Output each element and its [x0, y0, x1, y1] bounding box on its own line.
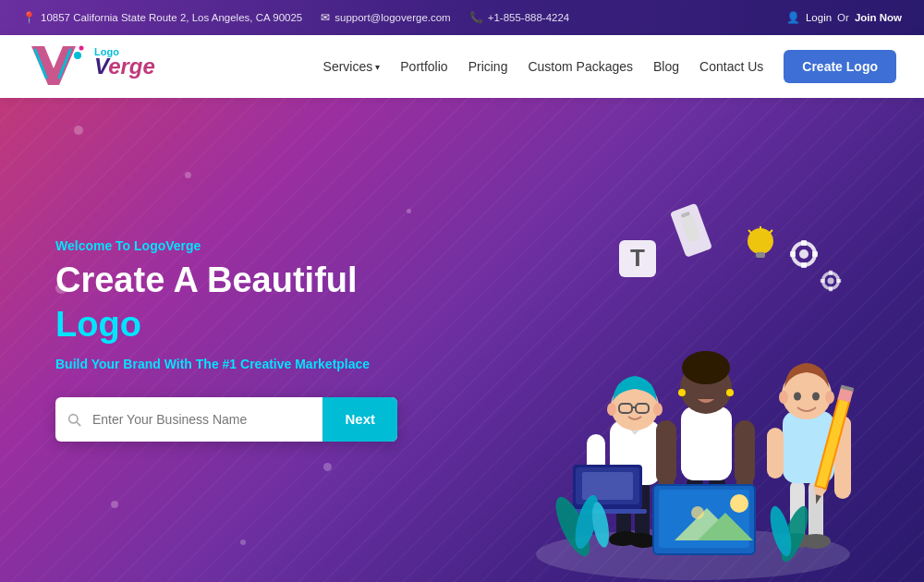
- search-icon-wrap: [55, 412, 92, 427]
- svg-point-4: [79, 46, 84, 51]
- email-icon: ✉: [321, 11, 330, 24]
- search-bar: Next: [55, 397, 397, 442]
- phone-icon: 📞: [469, 11, 483, 24]
- svg-rect-19: [801, 240, 807, 246]
- address-item: 📍 10857 California State Route 2, Los An…: [22, 11, 302, 24]
- svg-point-45: [607, 403, 616, 416]
- decorative-dot-7: [407, 209, 411, 213]
- chevron-down-icon: ▾: [375, 62, 380, 72]
- svg-point-46: [653, 403, 663, 416]
- nav-contact[interactable]: Contact Us: [699, 59, 763, 74]
- svg-point-65: [691, 506, 704, 519]
- hero-brand-name: LogoVerge: [134, 238, 201, 253]
- email-text: support@logoverge.com: [334, 12, 450, 23]
- login-link[interactable]: Login: [806, 12, 832, 23]
- logo-badge-text: Logo: [94, 46, 119, 57]
- svg-point-64: [730, 494, 748, 513]
- business-name-input[interactable]: [92, 412, 322, 427]
- hero-welcome: Welcome To LogoVerge: [55, 238, 397, 253]
- svg-text:T: T: [630, 244, 645, 272]
- create-logo-button[interactable]: Create Logo: [784, 50, 896, 83]
- user-icon: 👤: [786, 11, 800, 24]
- svg-rect-27: [821, 279, 825, 283]
- svg-line-16: [748, 230, 751, 233]
- svg-line-15: [770, 230, 772, 233]
- hero-svg-illustration: T: [499, 185, 887, 582]
- svg-point-18: [799, 249, 808, 259]
- hero-headline-line2: Logo: [55, 305, 397, 346]
- next-button[interactable]: Next: [322, 397, 397, 442]
- logo-area[interactable]: Logo Verge: [28, 42, 155, 91]
- hero-illustration: T: [499, 98, 887, 582]
- hero-subtitle-accent: #1 Creative Marketplace: [223, 357, 371, 371]
- hero-welcome-prefix: Welcome To: [55, 238, 134, 253]
- svg-rect-21: [790, 251, 796, 257]
- decorative-dot-4: [111, 501, 118, 508]
- location-icon: 📍: [22, 11, 36, 24]
- hero-subtitle-prefix: Build Your Brand With The: [55, 357, 223, 371]
- nav-blog[interactable]: Blog: [653, 59, 679, 74]
- logo-brand-text: Verge: [94, 54, 155, 79]
- svg-point-80: [779, 391, 788, 404]
- or-text: Or: [837, 12, 849, 23]
- top-bar: 📍 10857 California State Route 2, Los An…: [0, 0, 924, 35]
- svg-point-24: [828, 278, 834, 285]
- svg-point-59: [726, 389, 734, 396]
- svg-rect-52: [656, 420, 676, 485]
- svg-point-69: [801, 534, 831, 549]
- svg-rect-51: [681, 406, 732, 480]
- svg-point-81: [825, 391, 834, 404]
- decorative-dot-2: [185, 172, 191, 178]
- svg-rect-20: [801, 262, 807, 268]
- svg-line-6: [77, 422, 80, 426]
- svg-point-57: [682, 351, 730, 384]
- hero-section: Welcome To LogoVerge Create A Beautiful …: [0, 98, 924, 582]
- logo-verge-suffix: erge: [108, 54, 155, 79]
- nav-services[interactable]: Services ▾: [323, 59, 381, 74]
- search-icon: [67, 412, 81, 427]
- hero-subtitle: Build Your Brand With The #1 Creative Ma…: [55, 357, 397, 371]
- email-item: ✉ support@logoverge.com: [321, 11, 450, 24]
- svg-rect-25: [829, 271, 833, 275]
- address-text: 10857 California State Route 2, Los Ange…: [41, 12, 302, 23]
- svg-rect-13: [756, 252, 765, 258]
- navbar: Logo Verge Services ▾ Portfolio Pricing …: [0, 35, 924, 98]
- svg-rect-28: [836, 279, 841, 283]
- hero-headline-line1: Create A Beautiful: [55, 261, 397, 301]
- top-bar-left: 📍 10857 California State Route 2, Los An…: [22, 11, 569, 24]
- svg-rect-71: [767, 428, 784, 479]
- svg-point-82: [794, 393, 801, 401]
- decorative-dot-5: [240, 540, 246, 545]
- svg-point-3: [74, 52, 81, 59]
- logo-icon: [28, 42, 91, 91]
- decorative-dot-6: [323, 463, 332, 471]
- svg-point-58: [678, 389, 686, 396]
- hero-content: Welcome To LogoVerge Create A Beautiful …: [0, 238, 453, 441]
- svg-point-83: [812, 393, 820, 401]
- join-link[interactable]: Join Now: [855, 12, 902, 23]
- nav-links: Services ▾ Portfolio Pricing Custom Pack…: [323, 50, 896, 83]
- nav-portfolio[interactable]: Portfolio: [400, 59, 447, 74]
- decorative-dot-1: [74, 126, 83, 135]
- svg-rect-26: [829, 286, 833, 291]
- top-bar-right: 👤 Login Or Join Now: [786, 11, 902, 24]
- phone-text: +1-855-888-4224: [488, 12, 570, 23]
- phone-item: 📞 +1-855-888-4224: [469, 11, 570, 24]
- svg-rect-40: [582, 472, 633, 500]
- nav-custom-packages[interactable]: Custom Packages: [528, 59, 633, 74]
- svg-rect-22: [812, 251, 818, 257]
- nav-pricing[interactable]: Pricing: [468, 59, 508, 74]
